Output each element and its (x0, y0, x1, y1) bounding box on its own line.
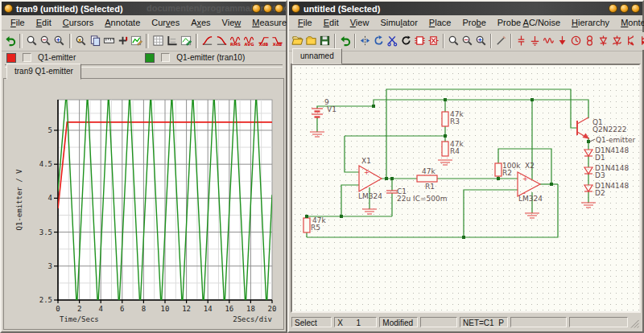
npn-icon[interactable] (624, 32, 638, 50)
graph-menubar: FileEditCursorsAnnotateCurvesAxesViewMea… (2, 15, 286, 31)
probe-icon[interactable] (555, 32, 569, 50)
minimize-button[interactable] (609, 4, 617, 13)
ground-icon[interactable] (528, 32, 542, 50)
menu-axes[interactable]: Axes (185, 17, 216, 28)
capacitor-icon[interactable] (514, 32, 528, 50)
schematic-titlebar[interactable]: untitled (Selected) (289, 2, 642, 15)
db-high-icon[interactable]: XdB (270, 32, 284, 50)
copy-graph-icon[interactable] (88, 32, 101, 50)
maximize-button[interactable] (263, 4, 272, 13)
graph-tab[interactable]: tran9 Q1-emitter (6, 64, 81, 80)
svg-text:3: 3 (48, 262, 52, 270)
waveform-plot[interactable]: 2.533.544.5502468101214161820Time/Secs2S… (4, 79, 284, 330)
place-part-icon[interactable] (413, 32, 427, 50)
curve-rise-icon[interactable] (200, 32, 214, 50)
wire-icon[interactable] (494, 32, 508, 50)
legend-checkbox[interactable] (23, 53, 31, 62)
menu-file[interactable]: File (292, 17, 318, 28)
maximize-button[interactable] (620, 4, 629, 13)
zoom-in-icon[interactable]: + (474, 32, 488, 50)
rotate-icon[interactable] (372, 32, 386, 50)
zoom-x-icon[interactable]: x (74, 32, 88, 50)
menu-edit[interactable]: Edit (318, 17, 345, 28)
menu-place[interactable]: Place (423, 17, 457, 28)
graph-titlebar[interactable]: tran9 (untitled) (Selected) documenten/p… (2, 2, 286, 15)
open-icon[interactable] (291, 32, 304, 50)
menu-probe-ac-noise[interactable]: Probe AC/Noise (492, 17, 566, 28)
minimize-button[interactable] (252, 4, 261, 13)
refresh-icon[interactable] (399, 32, 413, 50)
svg-text:D2: D2 (595, 189, 605, 197)
edit-graph-icon[interactable] (130, 32, 143, 50)
db-low-icon[interactable]: XdB (256, 32, 270, 50)
component-d1[interactable] (584, 150, 592, 156)
menu-probe[interactable]: Probe (456, 17, 491, 28)
component-r3[interactable] (442, 112, 448, 126)
close-button[interactable] (631, 4, 640, 13)
undo-icon[interactable] (3, 32, 17, 50)
measure-icon[interactable] (102, 32, 116, 50)
menu-simulator[interactable]: Simulator (374, 17, 423, 28)
menu-measure[interactable]: Measure (246, 17, 292, 28)
component-x2[interactable]: + - (518, 172, 540, 197)
menu-view[interactable]: View (345, 17, 375, 28)
window-menu-button[interactable] (291, 4, 300, 13)
annotate-graph-icon[interactable] (180, 32, 193, 50)
zoom-out-icon[interactable]: − (460, 32, 474, 50)
sheet-tab[interactable]: unnamed (292, 48, 342, 64)
svg-text:5: 5 (48, 126, 52, 134)
component-d2[interactable] (584, 185, 592, 191)
zoom-area-icon[interactable] (447, 32, 460, 50)
zener-icon[interactable] (610, 32, 624, 50)
menu-hierarchy[interactable]: Hierarchy (566, 17, 615, 28)
component-v1[interactable] (312, 109, 323, 117)
menu-view[interactable]: View (217, 17, 247, 28)
menu-annotate[interactable]: Annotate (99, 17, 146, 28)
resize-grip[interactable] (630, 318, 640, 327)
schematic-menubar: FileEditViewSimulatorPlaceProbeProbe AC/… (289, 15, 642, 31)
zoom-in-icon[interactable]: + (52, 32, 66, 50)
schematic-toolbar: −+ (289, 31, 642, 51)
component-r5[interactable] (303, 218, 310, 232)
mirror-icon[interactable] (358, 32, 372, 50)
curve-fall-icon[interactable] (215, 32, 229, 50)
zoom-out-icon[interactable]: − (39, 32, 52, 50)
place-part2-icon[interactable] (427, 32, 440, 50)
plot-panel[interactable]: 2.533.544.5502468101214161820Time/Secs2S… (3, 78, 284, 330)
clock-icon[interactable] (569, 32, 583, 50)
avg-icon[interactable]: AVG (242, 32, 256, 50)
menu-edit[interactable]: Edit (31, 17, 57, 28)
schematic-canvas[interactable]: + - + - (291, 64, 641, 313)
pnp-icon[interactable] (638, 32, 644, 50)
component-r2[interactable] (495, 163, 502, 176)
axes-icon[interactable] (165, 32, 179, 50)
legend-swatch (6, 53, 16, 63)
component-r1[interactable] (417, 175, 437, 182)
component-x1[interactable]: + - (359, 166, 382, 191)
source-icon[interactable] (583, 32, 597, 50)
component-c1[interactable] (386, 191, 398, 193)
save-icon[interactable] (318, 32, 332, 50)
waveform-icon[interactable] (542, 32, 555, 50)
diode-icon[interactable] (597, 32, 610, 50)
component-d3[interactable] (584, 167, 592, 174)
component-r4[interactable] (442, 142, 448, 156)
grid-icon[interactable] (151, 32, 165, 50)
new-icon[interactable] (304, 32, 318, 50)
menu-monte-carlo[interactable]: Monte-Carlo (615, 17, 644, 28)
add-curve-icon[interactable] (116, 32, 130, 50)
legend-checkbox[interactable] (161, 53, 170, 62)
menu-file[interactable]: File (5, 17, 31, 28)
svg-text:−: − (464, 36, 469, 43)
menu-curves[interactable]: Curves (146, 17, 185, 28)
schematic-drawing[interactable]: + - + - (292, 70, 641, 313)
close-button[interactable] (275, 4, 283, 13)
component-q1[interactable] (577, 117, 588, 138)
menu-cursors[interactable]: Cursors (57, 17, 100, 28)
window-menu-button[interactable] (4, 4, 13, 13)
rms-icon[interactable]: RMS (229, 32, 242, 50)
svg-text:X1: X1 (361, 157, 371, 165)
zoom-area-icon[interactable] (25, 32, 39, 50)
undo-icon[interactable] (338, 32, 352, 50)
cut-icon[interactable] (386, 32, 399, 50)
